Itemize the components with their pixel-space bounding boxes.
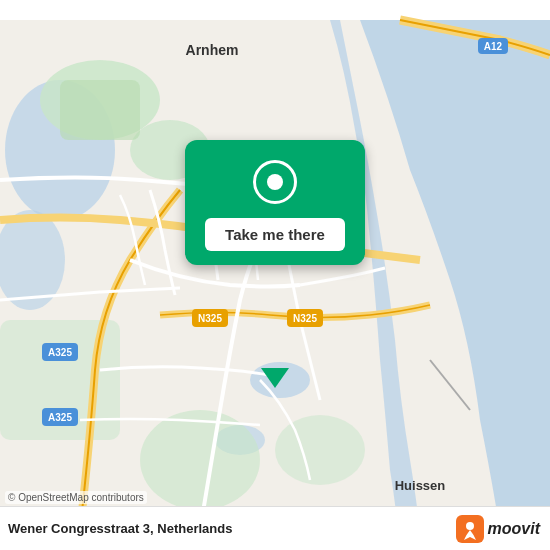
svg-text:N325: N325 <box>198 313 222 324</box>
address-label: Wener Congresstraat 3, Netherlands <box>8 521 232 536</box>
take-me-there-button[interactable]: Take me there <box>205 218 345 251</box>
popup-card: Take me there <box>185 140 365 265</box>
map-container: Arnhem Huissen A325 A325 N325 N325 A12 T… <box>0 0 550 550</box>
svg-point-8 <box>140 410 260 510</box>
osm-attribution: © OpenStreetMap contributors <box>5 491 147 504</box>
moovit-brand-text: moovit <box>488 520 540 538</box>
popup-tail <box>261 368 289 388</box>
svg-text:A12: A12 <box>484 41 503 52</box>
bottom-bar: Wener Congresstraat 3, Netherlands moovi… <box>0 506 550 550</box>
svg-point-9 <box>275 415 365 485</box>
moovit-logo: moovit <box>456 515 540 543</box>
svg-text:A325: A325 <box>48 412 72 423</box>
city-label-huissen: Huissen <box>395 478 446 493</box>
location-pin-icon <box>253 160 297 204</box>
svg-point-23 <box>466 522 474 530</box>
svg-text:A325: A325 <box>48 347 72 358</box>
map-svg: Arnhem Huissen A325 A325 N325 N325 A12 <box>0 0 550 550</box>
city-label-arnhem: Arnhem <box>186 42 239 58</box>
moovit-logo-icon <box>456 515 484 543</box>
svg-text:N325: N325 <box>293 313 317 324</box>
svg-rect-10 <box>60 80 140 140</box>
